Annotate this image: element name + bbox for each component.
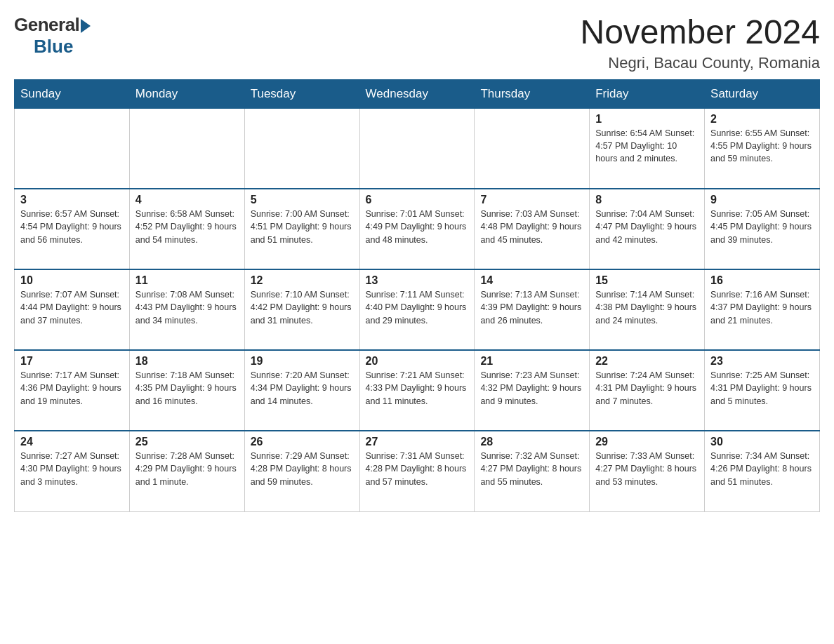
day-number: 19 (251, 355, 354, 368)
calendar-cell: 20Sunrise: 7:21 AM Sunset: 4:33 PM Dayli… (359, 350, 475, 431)
calendar-cell: 27Sunrise: 7:31 AM Sunset: 4:28 PM Dayli… (359, 431, 475, 511)
calendar-cell: 17Sunrise: 7:17 AM Sunset: 4:36 PM Dayli… (15, 350, 130, 431)
day-number: 3 (20, 194, 124, 206)
day-number: 15 (595, 274, 699, 287)
weekday-header-row: SundayMondayTuesdayWednesdayThursdayFrid… (15, 79, 820, 108)
day-number: 17 (20, 355, 124, 368)
day-number: 29 (595, 436, 699, 448)
day-info: Sunrise: 7:14 AM Sunset: 4:38 PM Dayligh… (595, 288, 699, 326)
day-info: Sunrise: 7:00 AM Sunset: 4:51 PM Dayligh… (251, 208, 354, 246)
day-number: 10 (20, 274, 124, 287)
calendar-cell: 3Sunrise: 6:57 AM Sunset: 4:54 PM Daylig… (15, 189, 130, 269)
calendar-cell: 29Sunrise: 7:33 AM Sunset: 4:27 PM Dayli… (590, 431, 705, 511)
calendar-week-row: 17Sunrise: 7:17 AM Sunset: 4:36 PM Dayli… (15, 350, 820, 431)
calendar-cell: 26Sunrise: 7:29 AM Sunset: 4:28 PM Dayli… (244, 431, 359, 511)
day-info: Sunrise: 7:27 AM Sunset: 4:30 PM Dayligh… (20, 450, 124, 488)
day-info: Sunrise: 7:01 AM Sunset: 4:49 PM Dayligh… (366, 208, 469, 246)
day-info: Sunrise: 7:08 AM Sunset: 4:43 PM Dayligh… (135, 288, 239, 326)
calendar-cell: 24Sunrise: 7:27 AM Sunset: 4:30 PM Dayli… (15, 431, 130, 511)
day-info: Sunrise: 7:25 AM Sunset: 4:31 PM Dayligh… (710, 369, 814, 407)
day-number: 12 (251, 274, 354, 287)
calendar-week-row: 24Sunrise: 7:27 AM Sunset: 4:30 PM Dayli… (15, 431, 820, 511)
location-text: Negri, Bacau County, Romania (580, 54, 820, 72)
calendar-cell: 28Sunrise: 7:32 AM Sunset: 4:27 PM Dayli… (475, 431, 590, 511)
day-info: Sunrise: 7:13 AM Sunset: 4:39 PM Dayligh… (480, 288, 583, 326)
day-info: Sunrise: 7:32 AM Sunset: 4:27 PM Dayligh… (480, 450, 583, 488)
calendar-cell: 19Sunrise: 7:20 AM Sunset: 4:34 PM Dayli… (244, 350, 359, 431)
calendar-cell: 30Sunrise: 7:34 AM Sunset: 4:26 PM Dayli… (705, 431, 820, 511)
day-info: Sunrise: 7:33 AM Sunset: 4:27 PM Dayligh… (595, 450, 699, 488)
calendar-cell: 22Sunrise: 7:24 AM Sunset: 4:31 PM Dayli… (590, 350, 705, 431)
weekday-header-monday: Monday (129, 79, 244, 108)
day-number: 24 (20, 436, 124, 448)
day-number: 25 (135, 436, 239, 448)
day-info: Sunrise: 7:17 AM Sunset: 4:36 PM Dayligh… (20, 369, 124, 407)
calendar-cell (244, 108, 359, 189)
calendar-cell (475, 108, 590, 189)
calendar-cell: 12Sunrise: 7:10 AM Sunset: 4:42 PM Dayli… (244, 269, 359, 350)
calendar-cell: 13Sunrise: 7:11 AM Sunset: 4:40 PM Dayli… (359, 269, 475, 350)
day-number: 28 (480, 436, 583, 448)
day-info: Sunrise: 7:18 AM Sunset: 4:35 PM Dayligh… (135, 369, 239, 407)
day-info: Sunrise: 7:24 AM Sunset: 4:31 PM Dayligh… (595, 369, 699, 407)
weekday-header-friday: Friday (590, 79, 705, 108)
day-number: 6 (366, 194, 469, 206)
weekday-header-wednesday: Wednesday (359, 79, 475, 108)
day-info: Sunrise: 7:10 AM Sunset: 4:42 PM Dayligh… (251, 288, 354, 326)
calendar-cell: 16Sunrise: 7:16 AM Sunset: 4:37 PM Dayli… (705, 269, 820, 350)
day-info: Sunrise: 6:58 AM Sunset: 4:52 PM Dayligh… (135, 208, 239, 246)
day-number: 7 (480, 194, 583, 206)
day-info: Sunrise: 6:54 AM Sunset: 4:57 PM Dayligh… (595, 127, 699, 165)
calendar-cell: 11Sunrise: 7:08 AM Sunset: 4:43 PM Dayli… (129, 269, 244, 350)
calendar-cell: 2Sunrise: 6:55 AM Sunset: 4:55 PM Daylig… (705, 108, 820, 189)
day-info: Sunrise: 7:04 AM Sunset: 4:47 PM Dayligh… (595, 208, 699, 246)
day-info: Sunrise: 7:23 AM Sunset: 4:32 PM Dayligh… (480, 369, 583, 407)
weekday-header-thursday: Thursday (475, 79, 590, 108)
day-info: Sunrise: 7:03 AM Sunset: 4:48 PM Dayligh… (480, 208, 583, 246)
month-title: November 2024 (580, 14, 820, 51)
day-info: Sunrise: 7:34 AM Sunset: 4:26 PM Dayligh… (710, 450, 814, 488)
logo-blue-text: Blue (34, 36, 73, 58)
day-info: Sunrise: 7:29 AM Sunset: 4:28 PM Dayligh… (251, 450, 354, 488)
calendar-cell (359, 108, 475, 189)
logo-general-text: General (14, 14, 79, 36)
day-info: Sunrise: 6:57 AM Sunset: 4:54 PM Dayligh… (20, 208, 124, 246)
day-number: 18 (135, 355, 239, 368)
calendar-cell: 15Sunrise: 7:14 AM Sunset: 4:38 PM Dayli… (590, 269, 705, 350)
calendar-cell: 7Sunrise: 7:03 AM Sunset: 4:48 PM Daylig… (475, 189, 590, 269)
day-info: Sunrise: 7:31 AM Sunset: 4:28 PM Dayligh… (366, 450, 469, 488)
day-info: Sunrise: 7:20 AM Sunset: 4:34 PM Dayligh… (251, 369, 354, 407)
calendar-cell: 10Sunrise: 7:07 AM Sunset: 4:44 PM Dayli… (15, 269, 130, 350)
day-number: 2 (710, 113, 814, 126)
day-number: 9 (710, 194, 814, 206)
day-number: 8 (595, 194, 699, 206)
calendar-cell: 21Sunrise: 7:23 AM Sunset: 4:32 PM Dayli… (475, 350, 590, 431)
day-number: 4 (135, 194, 239, 206)
day-number: 27 (366, 436, 469, 448)
day-number: 22 (595, 355, 699, 368)
calendar-cell: 23Sunrise: 7:25 AM Sunset: 4:31 PM Dayli… (705, 350, 820, 431)
day-number: 26 (251, 436, 354, 448)
title-section: November 2024 Negri, Bacau County, Roman… (580, 14, 820, 72)
day-number: 20 (366, 355, 469, 368)
calendar-week-row: 1Sunrise: 6:54 AM Sunset: 4:57 PM Daylig… (15, 108, 820, 189)
page-header: General Blue November 2024 Negri, Bacau … (14, 14, 820, 72)
day-info: Sunrise: 7:28 AM Sunset: 4:29 PM Dayligh… (135, 450, 239, 488)
weekday-header-tuesday: Tuesday (244, 79, 359, 108)
calendar-cell: 9Sunrise: 7:05 AM Sunset: 4:45 PM Daylig… (705, 189, 820, 269)
calendar-cell: 14Sunrise: 7:13 AM Sunset: 4:39 PM Dayli… (475, 269, 590, 350)
day-info: Sunrise: 7:21 AM Sunset: 4:33 PM Dayligh… (366, 369, 469, 407)
day-number: 1 (595, 113, 699, 126)
day-info: Sunrise: 7:11 AM Sunset: 4:40 PM Dayligh… (366, 288, 469, 326)
weekday-header-sunday: Sunday (15, 79, 130, 108)
calendar-cell (15, 108, 130, 189)
day-number: 16 (710, 274, 814, 287)
calendar-week-row: 10Sunrise: 7:07 AM Sunset: 4:44 PM Dayli… (15, 269, 820, 350)
logo: General Blue (14, 14, 91, 58)
day-info: Sunrise: 6:55 AM Sunset: 4:55 PM Dayligh… (710, 127, 814, 165)
day-number: 5 (251, 194, 354, 206)
calendar-cell: 5Sunrise: 7:00 AM Sunset: 4:51 PM Daylig… (244, 189, 359, 269)
logo-arrow-icon (81, 19, 91, 33)
calendar-cell: 18Sunrise: 7:18 AM Sunset: 4:35 PM Dayli… (129, 350, 244, 431)
day-number: 23 (710, 355, 814, 368)
